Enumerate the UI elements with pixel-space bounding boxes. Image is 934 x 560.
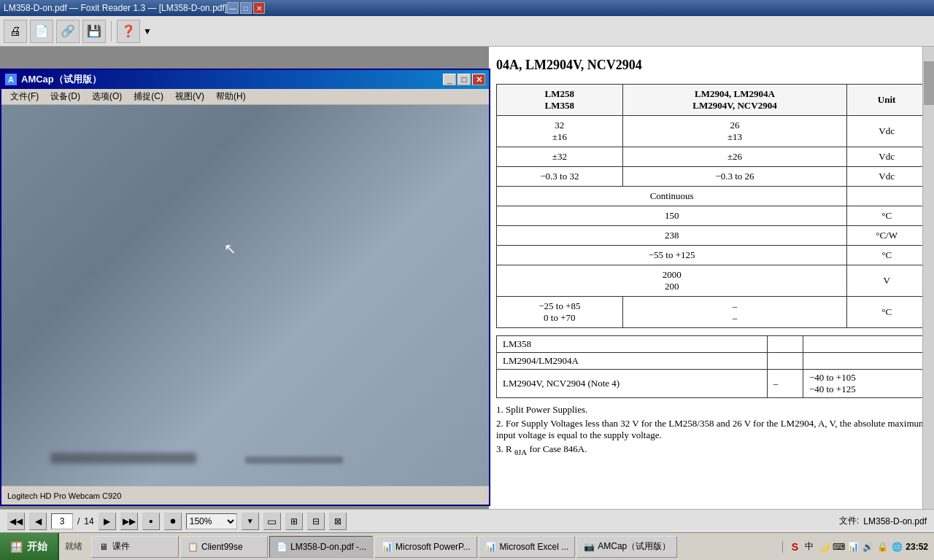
foxit-minimize-btn[interactable]: —	[227, 2, 239, 14]
amcap-menu-file[interactable]: 文件(F)	[4, 89, 45, 104]
mouse-cursor: ↖	[224, 240, 236, 257]
cell-r6c3: °C/W	[847, 226, 927, 246]
amcap-close[interactable]: ✕	[472, 74, 485, 85]
cell-r8c3: V	[847, 265, 927, 297]
cell-238: 238	[497, 226, 847, 246]
pdf-scrollbar[interactable]	[922, 47, 934, 528]
kejian-label: 课件	[112, 540, 130, 553]
bottom-table-row: LM358	[497, 336, 927, 353]
pdf-icon: 📄	[276, 541, 287, 553]
table-row: 150 °C	[497, 206, 927, 226]
tray-moon-icon[interactable]: 🌙	[818, 541, 830, 553]
scrollbar-thumb[interactable]	[924, 61, 934, 105]
table-row: ±32 ±26 Vdc	[497, 147, 927, 167]
amcap-menu-options[interactable]: 选项(O)	[86, 89, 128, 104]
bottom-table-row: LM2904V, NCV2904 (Note 4) – −40 to +105−…	[497, 370, 927, 398]
tray-keyboard-icon[interactable]: ⌨	[833, 541, 844, 553]
cell-r2c1: ±32	[497, 147, 623, 167]
cell-r7c3: °C	[847, 246, 927, 265]
bottom-cell-temps: −40 to +105−40 to +125	[803, 370, 926, 398]
cell-continuous: Continuous	[497, 187, 847, 206]
pdf-page-title: 04A, LM2904V, NCV2904	[496, 58, 927, 73]
cell-temp-range-1: −55 to +125	[497, 246, 847, 265]
note-1: 1. Split Power Supplies.	[496, 404, 927, 416]
view-btn-3[interactable]: ⊟	[307, 513, 325, 530]
table-row: −55 to +125 °C	[497, 246, 927, 265]
cell-r9c2: ––	[622, 297, 847, 328]
amcap-menubar: 文件(F) 设备(D) 选项(O) 捕捉(C) 视图(V) 帮助(H)	[1, 89, 489, 105]
taskbar-powerpoint[interactable]: 📊 Microsoft PowerP...	[374, 536, 476, 558]
help-btn[interactable]: ❓	[117, 20, 140, 43]
foxit-close-btn[interactable]: ✕	[253, 2, 265, 14]
view-btn-4[interactable]: ⊠	[329, 513, 347, 530]
taskbar-excel[interactable]: 📊 Microsoft Excel ...	[479, 536, 576, 558]
cell-r3c2: −0.3 to 26	[622, 167, 847, 187]
cell-r9c1: −25 to +850 to +70	[497, 297, 623, 328]
link-btn[interactable]: 🔗	[56, 20, 80, 43]
amcap-window: A AMCap（试用版） _ □ ✕ 文件(F) 设备(D) 选项(O) 捕捉(…	[0, 69, 490, 506]
tray-chinese-icon[interactable]: 中	[803, 541, 815, 553]
taskbar-client99se[interactable]: 📋 Client99se	[180, 536, 268, 558]
tray-chart-icon[interactable]: 📊	[847, 541, 859, 553]
start-button[interactable]: 🪟 开始	[0, 533, 59, 561]
print-btn[interactable]: 🖨	[4, 20, 27, 43]
taskbar-kejian[interactable]: 🖥 课件	[91, 536, 179, 558]
nav-next-btn[interactable]: ▶	[99, 513, 116, 530]
tray-speaker-icon[interactable]: 🔊	[862, 541, 873, 553]
nav-prev-btn[interactable]: ◀	[29, 513, 47, 530]
taskbar-amcap[interactable]: 📷 AMCap（试用版）	[576, 536, 677, 558]
page-btn[interactable]: 📄	[30, 20, 53, 43]
amcap-menu-device[interactable]: 设备(D)	[45, 89, 86, 104]
pdf-taskbar-label: LM358-D-on.pdf -...	[290, 542, 366, 552]
record-btn[interactable]: ⏺	[164, 513, 182, 530]
amcap-restore[interactable]: □	[458, 74, 471, 85]
pdf-data-table: LM258LM358 LM2904, LM2904ALM2904V, NCV29…	[496, 84, 927, 328]
bottom-cell-empty2	[803, 336, 926, 353]
table-row: 32±16 26±13 Vdc	[497, 116, 927, 147]
amcap-menu-capture[interactable]: 捕捉(C)	[128, 89, 169, 104]
amcap-menu-help[interactable]: 帮助(H)	[210, 89, 252, 104]
amcap-menu-view[interactable]: 视图(V)	[169, 89, 210, 104]
amcap-icon: A	[5, 74, 17, 85]
note-3: 3. R θJA for Case 846A.	[496, 443, 927, 456]
total-pages: 14	[84, 516, 93, 526]
view-btn-1[interactable]: ▭	[263, 513, 281, 530]
tray-s-icon[interactable]: S	[789, 541, 800, 553]
zoom-select[interactable]: 150% 100% 75% 50%	[186, 513, 237, 529]
bottom-cell-empty4	[803, 353, 926, 370]
save-btn[interactable]: 💾	[82, 20, 106, 43]
cell-r3c1: −0.3 to 32	[497, 167, 623, 187]
tray-network-icon[interactable]: 🌐	[891, 541, 903, 553]
webcam-object-1	[50, 453, 196, 464]
table-row: 2000200 V	[497, 265, 927, 297]
toolbar-dropdown[interactable]: ▼	[143, 26, 152, 36]
table-header-unit: Unit	[847, 85, 927, 116]
filename-label: 文件:	[839, 515, 859, 527]
bottom-cell-lm2904a: LM2904/LM2904A	[497, 353, 768, 370]
cell-r1c1: 32±16	[497, 116, 623, 147]
view-btn-2[interactable]: ⊞	[285, 513, 303, 530]
nav-last-btn[interactable]: ▶▶	[120, 513, 138, 530]
cell-r1c2: 26±13	[622, 116, 847, 147]
taskbar-lm358pdf[interactable]: 📄 LM358-D-on.pdf -...	[269, 536, 373, 558]
tray-lock-icon[interactable]: 🔒	[876, 541, 888, 553]
play-btn[interactable]: ●	[142, 513, 160, 530]
ppt-label: Microsoft PowerP...	[395, 542, 470, 552]
taskbar-items: 🖥 课件 📋 Client99se 📄 LM358-D-on.pdf -... …	[88, 536, 782, 558]
foxit-toolbar: 🖨 📄 🔗 💾 ❓ ▼	[0, 16, 934, 47]
page-number-input[interactable]	[51, 513, 73, 529]
page-separator: /	[77, 516, 80, 526]
cell-voltage: 2000200	[497, 265, 847, 297]
start-label: 开始	[27, 540, 47, 553]
foxit-restore-btn[interactable]: □	[240, 2, 252, 14]
bottom-cell-empty1	[767, 336, 803, 353]
foxit-reader-window: LM358-D-on.pdf — Foxit Reader 1.3 — [LM3…	[0, 0, 934, 560]
client-icon: 📋	[187, 541, 198, 553]
zoom-dropdown-btn[interactable]: ▼	[242, 513, 259, 530]
amcap-minimize[interactable]: _	[443, 74, 456, 85]
cell-150: 150	[497, 206, 847, 226]
amcap-webcam-view: ↖	[1, 105, 489, 486]
amcap-taskbar-label: AMCap（试用版）	[598, 540, 671, 553]
bottom-cell-empty3	[767, 353, 803, 370]
nav-first-btn[interactable]: ◀◀	[7, 513, 25, 530]
